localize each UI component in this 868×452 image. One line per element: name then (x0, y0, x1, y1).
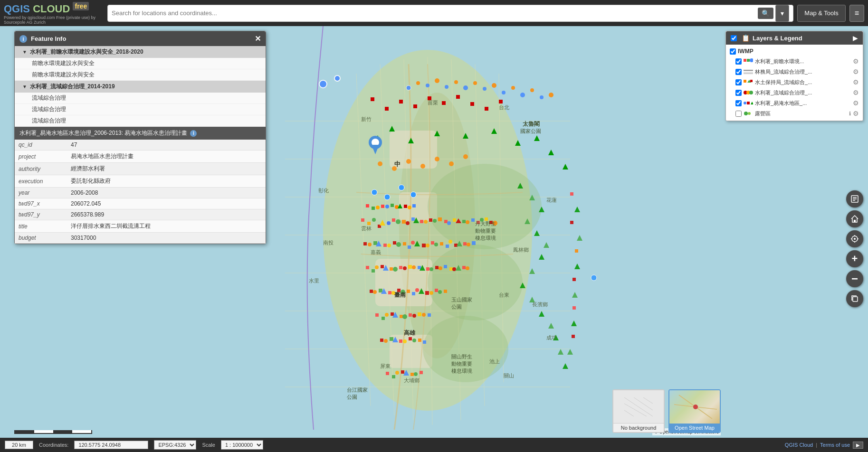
svg-point-225 (483, 87, 486, 91)
svg-rect-25 (371, 97, 374, 101)
layer-5-icon (744, 100, 753, 106)
layer-4-icon (744, 89, 753, 96)
layers-master-checkbox[interactable] (731, 35, 737, 41)
svg-point-170 (422, 313, 426, 317)
svg-point-118 (467, 243, 470, 246)
bottom-bar: 20 km Coordinates: EPSG:4326 EPSG:3857 S… (0, 438, 868, 452)
layer-5-settings-button[interactable]: ⚙ (853, 99, 859, 107)
layer-2-settings-button[interactable]: ⚙ (853, 68, 859, 75)
locate-button[interactable] (846, 230, 863, 247)
feature-info-panel: i Feature Info ✕ ▼ 水利署_前瞻水環境建設水與安全_2018-… (14, 31, 266, 244)
scale-selector[interactable]: 1 : 1000000 1 : 500000 1 : 250000 1 : 10… (221, 440, 263, 450)
fi-val-twd97x: 206072.045 (67, 198, 266, 209)
layer-2-icon (744, 68, 753, 75)
map-container[interactable]: 新竹 苗栗 台北 太魯閣 國家公園 中 彰化 花蓮 雲林 嘉義 丹大野生 動物重… (0, 26, 868, 452)
layer-4-settings-button[interactable]: ⚙ (853, 89, 859, 96)
svg-line-301 (643, 397, 653, 404)
zoom-in-button[interactable]: + (846, 250, 863, 267)
scale-seg-1 (15, 430, 34, 433)
fi-sub-item-1-1[interactable]: 前瞻水環境建設水與安全 (15, 58, 266, 69)
terms-of-use-link[interactable]: Terms of use (820, 442, 850, 448)
svg-rect-169 (418, 312, 421, 316)
svg-text:大埔鄉: 大埔鄉 (404, 377, 420, 383)
fi-sub-item-2-3[interactable]: 流域綜合治理 (15, 115, 266, 127)
fi-sub-item-2-2[interactable]: 流域綜合治理 (15, 104, 266, 115)
expand-bottom-button[interactable]: ▶ (853, 442, 863, 449)
svg-rect-123 (381, 265, 384, 268)
svg-point-285 (744, 112, 748, 115)
layer-1-checkbox[interactable] (735, 58, 742, 65)
feature-info-header: i Feature Info ✕ (15, 31, 266, 46)
zoom-out-button[interactable]: − (846, 270, 863, 287)
bg-no-background[interactable]: No background (612, 389, 665, 433)
svg-rect-121 (372, 269, 375, 273)
layer-group-iwmp-checkbox[interactable] (730, 48, 736, 55)
search-input[interactable] (112, 9, 756, 17)
layer-6-settings-button[interactable]: ⚙ (853, 110, 859, 117)
fi-table-title: 水利署_易淹水地區水患治理_2006-2013: 易淹水地區水患治理計畫 (19, 129, 187, 137)
map-tools-button[interactable]: Map & Tools (797, 5, 845, 22)
logo: QGIS CLOUD free (4, 1, 89, 14)
svg-line-300 (634, 397, 653, 410)
fi-section-2-header[interactable]: ▼ 水利署_流域綜合治理_2014-2019 (15, 81, 266, 93)
table-row: budget 30317000 (15, 233, 266, 244)
svg-text:動物重要: 動物重要 (451, 361, 472, 367)
svg-point-69 (372, 218, 376, 222)
svg-point-162 (385, 313, 389, 317)
layer-2-checkbox[interactable] (735, 69, 742, 75)
feature-info-body[interactable]: ▼ 水利署_前瞻水環境建設水與安全_2018-2020 前瞻水環境建設水與安全 … (15, 46, 266, 244)
bg-osm-label: Open Street Map (669, 424, 720, 432)
fi-val-twd97y: 2665378.989 (67, 209, 266, 220)
svg-rect-32 (470, 102, 474, 106)
hamburger-button[interactable]: ≡ (849, 5, 864, 22)
layer-1-settings-button[interactable]: ⚙ (853, 57, 859, 65)
fi-section-1-label: 水利署_前瞻水環境建設水與安全_2018-2020 (30, 48, 143, 56)
svg-point-74 (396, 219, 401, 224)
bg-osm[interactable]: Open Street Map (668, 389, 721, 433)
fi-sub-item-1-2[interactable]: 前瞻水環境建設水與安全 (15, 69, 266, 81)
home-button[interactable] (846, 210, 863, 227)
layer-4-checkbox[interactable] (735, 90, 742, 96)
layer-item-4: 水利署_流域綜合治理_... ⚙ (726, 87, 863, 98)
layer-6-checkbox[interactable] (735, 111, 742, 117)
layer-item-3: 水土保持局_流域綜合_... ⚙ (726, 77, 863, 87)
svg-rect-172 (380, 339, 383, 342)
svg-rect-181 (423, 340, 426, 344)
fi-sub-item-2-1[interactable]: 流域綜合治理 (15, 93, 266, 104)
svg-point-114 (448, 240, 452, 244)
qgis-cloud-link[interactable]: QGIS Cloud (785, 442, 813, 448)
layer-3-settings-button[interactable]: ⚙ (853, 78, 859, 86)
svg-point-103 (396, 242, 401, 247)
layer-5-checkbox[interactable] (735, 100, 742, 106)
feature-info-close-button[interactable]: ✕ (255, 34, 261, 43)
svg-rect-102 (393, 241, 396, 245)
notes-button[interactable] (846, 190, 863, 207)
epsg-selector[interactable]: EPSG:4326 EPSG:3857 (154, 440, 196, 450)
svg-point-230 (530, 88, 534, 92)
search-button[interactable]: 🔍 (758, 8, 773, 19)
svg-rect-27 (399, 100, 403, 104)
svg-point-130 (412, 265, 416, 269)
fi-data-table: qc_id 47 project 易淹水地區水患治理計畫 authority 經… (15, 140, 266, 244)
svg-point-221 (445, 85, 448, 89)
logo-qgis: QGIS (4, 3, 30, 15)
svg-rect-98 (373, 241, 377, 245)
scale-seg-2 (34, 430, 53, 433)
coordinates-input[interactable] (74, 441, 148, 449)
scale-seg-3 (53, 430, 72, 433)
svg-rect-77 (411, 217, 415, 221)
fi-val-project: 易淹水地區水患治理計畫 (67, 151, 266, 163)
svg-rect-131 (418, 266, 421, 269)
fi-section-1-header[interactable]: ▼ 水利署_前瞻水環境建設水與安全_2018-2020 (15, 46, 266, 58)
layer-3-checkbox[interactable] (735, 79, 742, 85)
svg-rect-75 (402, 220, 406, 224)
layer-item-5: 水利署_易淹水地區_... ⚙ (726, 98, 863, 108)
layer-item-6: 露營區 ℹ ⚙ (726, 108, 863, 119)
fi-table-info-icon[interactable]: i (190, 130, 197, 137)
layers-icon: 📋 (742, 34, 750, 42)
filter-button[interactable]: ▾ (775, 5, 789, 22)
copy-button[interactable] (846, 290, 863, 307)
svg-point-128 (403, 266, 407, 270)
layers-collapse-button[interactable]: ▶ (853, 34, 858, 42)
svg-rect-187 (410, 373, 414, 376)
